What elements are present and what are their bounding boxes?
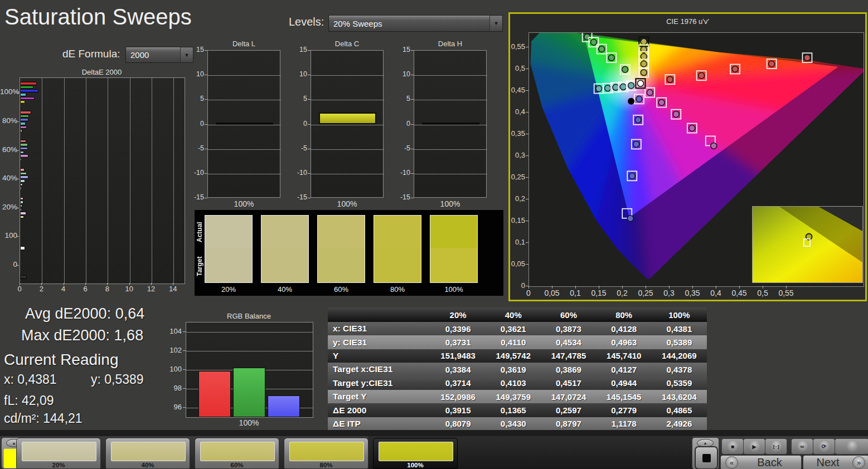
patch-button-swatch (379, 442, 453, 461)
cie-measured-point (596, 86, 602, 92)
back-button[interactable]: « Back (720, 455, 802, 469)
cie-y-tick (526, 47, 528, 47)
table-cell: 0,4381 (652, 322, 707, 335)
refresh-button[interactable]: ⟳ (813, 438, 835, 455)
cie-measured-point (732, 66, 738, 72)
table-row: ΔE 20000,39150,13650,25970,27790,4865 (328, 403, 707, 417)
delta-y-tick-label: 0 (184, 120, 204, 128)
patch-target (261, 248, 308, 282)
de-group-label: 80% (0, 116, 17, 125)
cie-x-tick (575, 286, 576, 289)
target-row-label: Target (196, 250, 203, 283)
delta-y-tick (308, 198, 311, 198)
patch-button-80%[interactable]: 80% (284, 438, 368, 469)
patch-label: 20% (205, 285, 253, 294)
gridline (208, 100, 281, 100)
table-cell: 0,2779 (597, 403, 652, 417)
de-x-tick-label: 12 (143, 285, 159, 293)
cie-measured-point (641, 38, 647, 45)
de-bar-100% (20, 82, 37, 85)
cie-measured-point (627, 216, 633, 222)
cie-inset-zoom (752, 206, 863, 283)
cie-y-tick (526, 112, 528, 113)
gridline (311, 125, 384, 125)
table-cell: 144,2069 (652, 349, 707, 363)
next-button[interactable]: Next » (803, 455, 868, 469)
indicator-button[interactable] (835, 438, 868, 455)
stop-icon (702, 454, 711, 462)
patch-button-40%[interactable]: 40% (105, 438, 190, 469)
delta-chart-plot (311, 50, 384, 198)
table-cell: 2,4926 (652, 417, 707, 431)
delta-y-tick-label: -15 (184, 193, 204, 201)
cie-x-tick (739, 286, 740, 289)
de-formula-dropdown[interactable]: 2000 ▼ (125, 47, 193, 63)
table-cell: 0,3619 (486, 363, 541, 376)
de-bar-20% (20, 208, 22, 212)
de-bar-40% (20, 175, 28, 179)
continuous-button[interactable]: ∞ (791, 438, 813, 455)
gridline (414, 100, 487, 100)
cie-measured-point (613, 84, 619, 90)
delta-y-tick (411, 75, 414, 75)
cie-measured-point (658, 100, 665, 106)
rgb-x-label: 100% (186, 418, 312, 427)
stop-measure-button[interactable] (695, 446, 718, 469)
delta-y-tick (411, 124, 414, 125)
current-fl: fL: 42,09 (4, 393, 54, 408)
cie-x-tick (692, 286, 693, 289)
patch-button-label: 80% (284, 462, 368, 468)
delta-y-tick-label: -5 (184, 144, 204, 152)
table-row-label: x: CIE31 (328, 322, 430, 335)
gridline (64, 78, 65, 284)
delta-chart-title: Delta H (403, 40, 498, 48)
delta-y-tick (411, 99, 414, 100)
cie-x-tick-label: 0,25 (634, 289, 657, 297)
de-bar-40% (20, 187, 22, 190)
play-icon: ▶ (749, 441, 760, 452)
de-formula-dropdown-value: 2000 (126, 50, 180, 60)
patch-button-60%[interactable]: 60% (195, 438, 279, 469)
patch-swatch-100% (430, 215, 478, 283)
de-bar-20% (20, 204, 22, 208)
delta-y-tick-label: 10 (390, 70, 410, 78)
table-cell: 147,0724 (541, 390, 596, 403)
rgb-bar-green (233, 368, 265, 417)
table-cell: 0,3714 (430, 377, 486, 390)
table-row-label: y: CIE31 (328, 335, 430, 349)
delta-bar (422, 123, 479, 125)
patch-button-100%[interactable]: 100% (373, 438, 458, 469)
page-title: Saturation Sweeps (4, 4, 192, 30)
patch-label: 80% (374, 285, 421, 294)
gridline (311, 149, 384, 150)
delta-y-tick-label: -10 (287, 169, 307, 177)
table-header-cell: 100% (652, 307, 707, 322)
rgb-balance-title: RGB Balance (186, 312, 312, 320)
stop-button[interactable]: ■ (721, 438, 744, 455)
patch-label: 40% (261, 285, 309, 294)
rgb-y-tick (183, 331, 186, 332)
table-cell: 0,3430 (486, 417, 541, 431)
levels-dropdown[interactable]: 20% Sweeps ▼ (328, 15, 503, 32)
cie-measured-point (622, 66, 628, 72)
table-cell: 0,2597 (541, 403, 596, 417)
table-row-label: Target y:CIE31 (328, 377, 430, 390)
gridline (173, 78, 174, 284)
cie-x-tick (786, 286, 787, 289)
table-cell: 147,4785 (541, 349, 596, 363)
delta-y-tick (308, 124, 311, 125)
patch-target (374, 248, 421, 282)
refresh-icon: ⟳ (818, 441, 830, 452)
gridline (311, 174, 384, 174)
chevron-down-icon[interactable]: ▼ (489, 16, 502, 31)
de-bar-20% (20, 197, 23, 201)
delta-y-tick-label: 5 (390, 95, 410, 102)
play-button[interactable]: ▶ (743, 438, 765, 455)
range-button[interactable]: [··] (765, 438, 787, 455)
de-axis-tick (16, 179, 19, 179)
patch-button-20%[interactable]: 20% (16, 438, 101, 469)
cie-x-tick (669, 286, 670, 289)
delta-y-tick-label: 0 (287, 120, 307, 128)
delta-y-tick-label: -15 (390, 193, 410, 201)
current-reading-heading: Current Reading (4, 351, 118, 369)
